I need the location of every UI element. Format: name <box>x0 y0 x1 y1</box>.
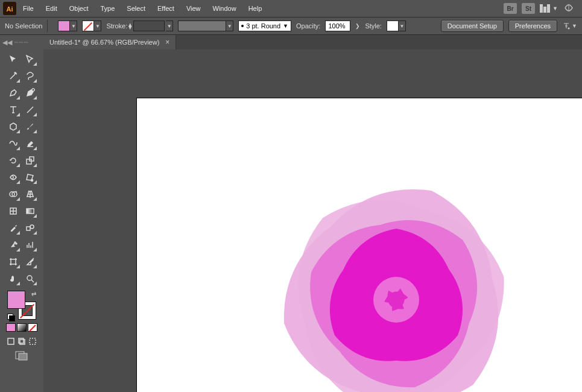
line-tool[interactable] <box>23 103 37 117</box>
bridge-icon[interactable]: Br <box>504 3 517 14</box>
graphic-style-swatch[interactable]: ▼ <box>387 21 406 31</box>
blend-tool[interactable] <box>23 221 37 235</box>
artwork-flower <box>255 170 538 392</box>
svg-point-15 <box>16 243 17 244</box>
screen-mode-button[interactable] <box>15 351 28 362</box>
menubar: Ai File Edit Object Type Select Effect V… <box>0 0 582 17</box>
document-tab-title: Untitled-1* @ 66.67% (RGB/Preview) <box>49 39 159 46</box>
eraser-tool[interactable] <box>23 136 37 151</box>
svg-point-3 <box>568 28 570 30</box>
draw-behind-icon[interactable] <box>17 337 27 346</box>
svg-rect-18 <box>8 338 14 344</box>
pen-tool[interactable] <box>6 86 21 100</box>
mesh-tool[interactable] <box>6 204 21 218</box>
svg-rect-21 <box>30 338 36 344</box>
direct-selection-tool[interactable] <box>23 52 37 66</box>
shape-builder-tool[interactable] <box>6 187 21 201</box>
document-tab[interactable]: Untitled-1* @ 66.67% (RGB/Preview) × <box>43 35 176 49</box>
arrange-documents-icon[interactable]: ▼ <box>540 4 558 13</box>
magic-wand-tool[interactable] <box>6 69 21 83</box>
opacity-label: Opacity: <box>296 22 320 30</box>
type-tool[interactable] <box>6 103 21 117</box>
menu-window[interactable]: Window <box>207 2 242 14</box>
lasso-tool[interactable] <box>23 69 37 83</box>
svg-rect-16 <box>11 259 16 264</box>
selection-status: No Selection <box>5 22 42 30</box>
menu-file[interactable]: File <box>17 2 40 14</box>
draw-modes <box>6 337 37 346</box>
control-bar: No Selection ▼ ▼ Stroke: ▴▾ ▼ ▼ 3 pt. Ro… <box>0 17 582 35</box>
brush-definition[interactable]: 3 pt. Round ▼ <box>238 21 291 31</box>
pencil-tool[interactable] <box>6 136 21 151</box>
zoom-tool[interactable] <box>23 271 37 286</box>
toolbox-collapse-grip[interactable]: ◀◀ ┅┅┅ <box>0 35 43 49</box>
close-tab-button[interactable]: × <box>165 38 169 46</box>
menu-help[interactable]: Help <box>242 2 268 14</box>
menu-effect[interactable]: Effect <box>151 2 180 14</box>
stroke-label: Stroke: <box>106 22 127 30</box>
style-label: Style: <box>365 22 382 30</box>
menu-view[interactable]: View <box>180 2 207 14</box>
svg-point-7 <box>31 180 33 182</box>
stroke-weight-stepper[interactable]: ▴▾ <box>128 23 132 29</box>
selection-tool[interactable] <box>6 52 21 66</box>
width-tool[interactable] <box>6 170 21 185</box>
slice-tool[interactable] <box>23 254 37 269</box>
rotate-tool[interactable] <box>6 153 21 168</box>
color-mode-gradient[interactable] <box>17 323 27 332</box>
stroke-swatch[interactable]: ▼ <box>82 21 101 31</box>
preferences-button[interactable]: Preferences <box>508 20 557 32</box>
document-setup-button[interactable]: Document Setup <box>441 20 504 32</box>
draw-inside-icon[interactable] <box>28 337 37 346</box>
stroke-weight-field[interactable] <box>133 21 165 31</box>
perspective-grid-tool[interactable] <box>23 187 37 201</box>
svg-rect-5 <box>27 159 31 164</box>
svg-point-13 <box>30 225 34 229</box>
color-mode-none[interactable] <box>28 323 37 332</box>
svg-rect-11 <box>27 209 34 213</box>
color-mode-color[interactable] <box>6 323 16 332</box>
default-fill-stroke-icon[interactable] <box>7 314 13 320</box>
artboard-tool[interactable] <box>6 254 21 269</box>
draw-normal-icon[interactable] <box>6 337 16 346</box>
menu-edit[interactable]: Edit <box>40 2 63 14</box>
color-mode-row <box>6 323 37 332</box>
column-graph-tool[interactable] <box>23 238 37 252</box>
variable-width-dropdown[interactable]: ▼ <box>226 21 233 31</box>
stroke-weight-dropdown[interactable]: ▼ <box>166 21 173 31</box>
svg-rect-23 <box>19 353 27 360</box>
svg-point-14 <box>14 242 16 243</box>
brush-label: 3 pt. Round <box>246 22 280 30</box>
eyedropper-tool[interactable] <box>6 221 21 235</box>
gpu-preview-icon[interactable] <box>563 3 575 14</box>
menu-type[interactable]: Type <box>95 2 121 14</box>
align-flyout-icon[interactable]: ▼ <box>562 22 577 30</box>
hand-tool[interactable] <box>6 271 21 286</box>
grip-dots-icon: ┅┅┅ <box>14 39 29 46</box>
menu-object[interactable]: Object <box>63 2 95 14</box>
document-tab-row: ◀◀ ┅┅┅ Untitled-1* @ 66.67% (RGB/Preview… <box>0 35 582 49</box>
menu-select[interactable]: Select <box>121 2 151 14</box>
canvas[interactable] <box>43 49 582 392</box>
scale-tool[interactable] <box>23 153 37 168</box>
symbol-sprayer-tool[interactable] <box>6 238 21 252</box>
svg-rect-12 <box>27 227 30 230</box>
svg-rect-19 <box>20 340 25 344</box>
svg-point-4 <box>32 89 34 91</box>
chevron-down-icon: ▼ <box>552 5 558 11</box>
curvature-tool[interactable] <box>23 86 37 100</box>
paintbrush-tool[interactable] <box>23 119 37 134</box>
svg-text:Ai: Ai <box>7 5 13 13</box>
gradient-tool[interactable] <box>23 204 37 218</box>
rectangle-tool[interactable] <box>6 119 21 134</box>
opacity-field[interactable]: 100% <box>325 21 350 31</box>
free-transform-tool[interactable] <box>23 170 37 185</box>
swap-fill-stroke-icon[interactable]: ⇄ <box>31 291 36 297</box>
variable-width-profile[interactable] <box>178 21 226 31</box>
fill-stroke-control[interactable]: ⇄ <box>7 291 36 320</box>
fill-color-box[interactable] <box>7 291 25 309</box>
fill-swatch[interactable]: ▼ <box>58 21 77 31</box>
svg-rect-20 <box>19 338 24 343</box>
opacity-dropdown[interactable]: ❯ <box>355 23 360 29</box>
stock-icon[interactable]: St <box>522 3 535 14</box>
